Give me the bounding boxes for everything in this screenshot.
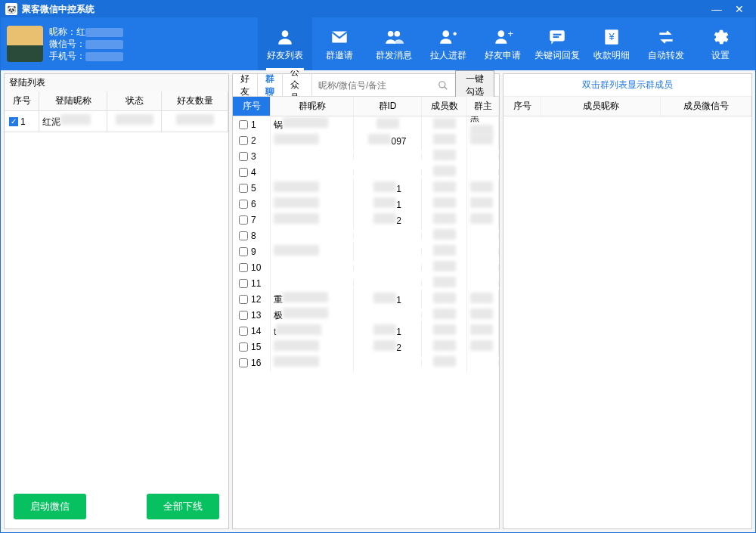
- tab-group[interactable]: 群聊: [258, 74, 283, 96]
- nav-income[interactable]: ¥收款明细: [584, 17, 639, 70]
- nav-auto-forward[interactable]: 自动转发: [639, 17, 693, 70]
- keyword-reply-icon: [545, 26, 569, 48]
- tab-official[interactable]: 公众号: [283, 74, 312, 96]
- group-row[interactable]: 51: [233, 180, 499, 196]
- row-checkbox[interactable]: [239, 263, 248, 272]
- nav-group-invite[interactable]: 群邀请: [312, 17, 367, 70]
- col-members: 成员数: [422, 97, 467, 116]
- nav-mass-msg[interactable]: 群发消息: [367, 17, 421, 70]
- close-button[interactable]: ✕: [728, 3, 751, 15]
- col-groupname: 群昵称: [271, 97, 354, 116]
- svg-text:¥: ¥: [608, 31, 615, 42]
- all-offline-button[interactable]: 全部下线: [147, 494, 219, 519]
- nav-label: 收款明细: [593, 49, 630, 62]
- app-title: 聚客微信中控系统: [22, 3, 705, 16]
- pull-group-icon: [436, 26, 460, 48]
- select-all-button[interactable]: 一键勾选: [455, 70, 494, 101]
- group-row[interactable]: 61: [233, 196, 499, 212]
- search-input[interactable]: [312, 74, 438, 96]
- svg-line-13: [444, 86, 447, 89]
- search-icon[interactable]: [438, 80, 451, 91]
- minimize-button[interactable]: —: [705, 3, 728, 15]
- row-checkbox[interactable]: [239, 231, 248, 240]
- row-checkbox[interactable]: [239, 247, 248, 256]
- nav-label: 群邀请: [326, 49, 353, 62]
- tab-friend[interactable]: 好友: [233, 74, 258, 96]
- group-row[interactable]: 14t1: [233, 323, 499, 339]
- group-row[interactable]: 4: [233, 164, 499, 180]
- row-checkbox[interactable]: [239, 311, 248, 320]
- group-row[interactable]: 2097: [233, 132, 499, 148]
- group-row[interactable]: 72: [233, 212, 499, 228]
- friends-icon: [273, 26, 297, 48]
- login-table-header: 序号 登陆昵称 状态 好友数量: [5, 91, 228, 111]
- avatar: [7, 26, 43, 62]
- main-nav: 好友列表群邀请群发消息拉人进群+好友申请关键词回复¥收款明细自动转发设置: [234, 17, 755, 70]
- group-table-header: 序号 群昵称 群ID 成员数 群主: [233, 97, 499, 116]
- nav-label: 拉人进群: [430, 49, 466, 62]
- login-list-title: 登陆列表: [5, 74, 228, 91]
- svg-point-5: [498, 30, 505, 37]
- col-idx: 序号: [503, 97, 541, 116]
- row-checkbox[interactable]: [239, 295, 248, 304]
- wxid-label: 微信号：: [49, 38, 85, 50]
- group-row[interactable]: 3: [233, 148, 499, 164]
- row-checkbox[interactable]: [239, 327, 248, 336]
- nav-label: 关键词回复: [534, 49, 580, 62]
- group-row[interactable]: 10: [233, 259, 499, 275]
- nav-keyword-reply[interactable]: 关键词回复: [530, 17, 584, 70]
- nav-label: 自动转发: [648, 49, 684, 62]
- svg-point-12: [438, 81, 445, 87]
- row-checkbox[interactable]: [239, 200, 248, 209]
- col-friendcount: 好友数量: [162, 91, 228, 111]
- group-row[interactable]: 16: [233, 355, 499, 370]
- row-checkbox[interactable]: [239, 184, 248, 193]
- row-checkbox[interactable]: [239, 215, 248, 225]
- svg-point-2: [388, 30, 394, 36]
- row-checkbox[interactable]: [239, 120, 248, 129]
- col-groupid: 群ID: [354, 97, 422, 116]
- member-list-panel: 双击群列表显示群成员 序号 成员昵称 成员微信号: [503, 73, 752, 529]
- group-row[interactable]: 8: [233, 228, 499, 243]
- nav-pull-group[interactable]: 拉人进群: [421, 17, 476, 70]
- group-row[interactable]: 9: [233, 243, 499, 259]
- mass-msg-icon: [382, 26, 406, 48]
- group-row[interactable]: 1锅黑: [233, 116, 499, 132]
- row-checkbox[interactable]: [239, 342, 248, 352]
- nav-friend-req[interactable]: +好友申请: [476, 17, 530, 70]
- col-idx: 序号: [233, 97, 271, 116]
- row-checkbox[interactable]: [239, 358, 248, 367]
- left-footer: 启动微信 全部下线: [5, 485, 228, 528]
- auto-forward-icon: [654, 26, 678, 48]
- blurred-text: [85, 40, 123, 49]
- group-row[interactable]: 152: [233, 339, 499, 355]
- checkbox-icon[interactable]: ✓: [9, 117, 18, 126]
- svg-point-3: [395, 30, 401, 36]
- header: 昵称：红 微信号： 手机号： 好友列表群邀请群发消息拉人进群+好友申请关键词回复…: [1, 17, 755, 70]
- start-wechat-button[interactable]: 启动微信: [14, 494, 86, 519]
- app-window: 🐼 聚客微信中控系统 — ✕ 昵称：红 微信号： 手机号： 好友列表群邀请群发消…: [0, 0, 756, 533]
- member-table-header: 序号 成员昵称 成员微信号: [503, 97, 751, 116]
- body: 登陆列表 序号 登陆昵称 状态 好友数量 ✓1红泥 启动微信 全部下线 好友群聊…: [1, 70, 755, 532]
- login-row[interactable]: ✓1红泥: [5, 111, 228, 132]
- svg-point-4: [442, 30, 449, 37]
- col-membernick: 成员昵称: [541, 97, 661, 116]
- nav-label: 好友列表: [267, 49, 303, 62]
- nav-settings[interactable]: 设置: [693, 17, 748, 70]
- group-list-panel: 好友群聊公众号 一键勾选 序号 群昵称 群ID 成员数 群主 1锅黑209734…: [232, 73, 500, 529]
- col-nick: 登陆昵称: [39, 91, 107, 111]
- row-checkbox[interactable]: [239, 152, 248, 161]
- nav-friends[interactable]: 好友列表: [258, 17, 312, 70]
- middle-toolbar: 好友群聊公众号 一键勾选: [233, 74, 499, 97]
- svg-point-0: [282, 30, 289, 37]
- group-row[interactable]: 13极: [233, 307, 499, 323]
- row-checkbox[interactable]: [239, 279, 248, 288]
- row-checkbox[interactable]: [239, 136, 248, 145]
- row-checkbox[interactable]: [239, 168, 248, 177]
- friend-req-icon: +: [491, 26, 515, 48]
- phone-label: 手机号：: [49, 50, 85, 62]
- col-status: 状态: [107, 91, 162, 111]
- col-idx: 序号: [5, 91, 39, 111]
- member-hint: 双击群列表显示群成员: [503, 74, 751, 97]
- nick-label: 昵称：: [49, 26, 76, 38]
